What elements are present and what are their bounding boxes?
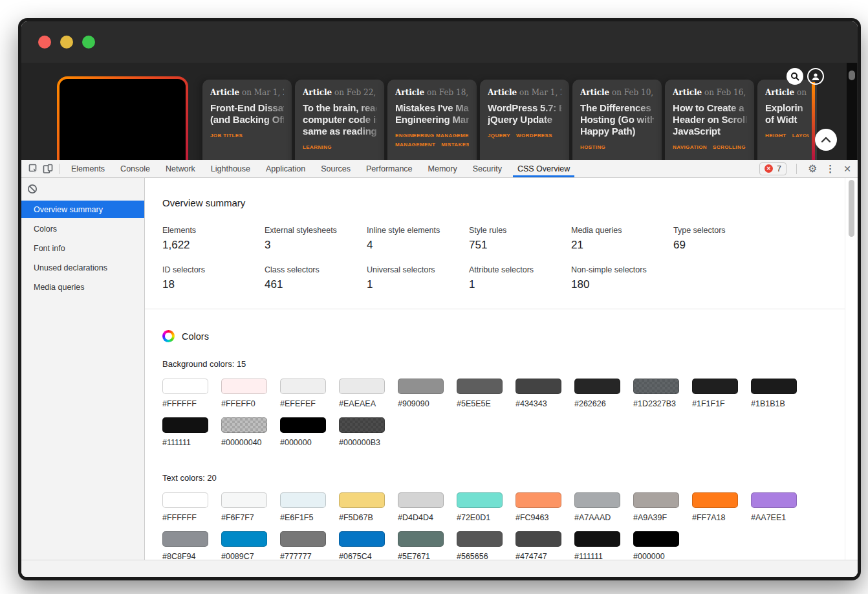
article-card[interactable]: Article on Mar 1, 202 WordPress 5.7: Bij… <box>480 80 569 160</box>
minimize-window-button[interactable] <box>60 36 73 49</box>
sidebar-item-media-queries[interactable]: Media queries <box>21 278 144 296</box>
color-swatch[interactable] <box>457 379 503 394</box>
tab-console[interactable]: Console <box>113 160 158 177</box>
close-devtools-button[interactable]: ✕ <box>842 164 852 174</box>
color-swatch[interactable] <box>398 379 444 394</box>
color-swatch[interactable] <box>280 531 326 547</box>
sidebar-item-colors[interactable]: Colors <box>21 220 144 237</box>
article-title[interactable]: How to Create a SHeader on Scroll VJavaS… <box>673 102 746 137</box>
settings-button[interactable]: ⚙ <box>807 162 818 175</box>
page-scrollbar-thumb[interactable] <box>849 71 855 80</box>
color-swatch[interactable] <box>221 531 267 547</box>
article-tag[interactable]: ENGINEERING MANAGEMENT <box>395 133 469 138</box>
device-toolbar-button[interactable] <box>41 162 55 176</box>
article-tag[interactable]: NAVIGATION <box>673 144 707 150</box>
color-swatch[interactable] <box>162 417 208 433</box>
color-swatch[interactable] <box>339 531 385 547</box>
article-title[interactable]: Mistakes I've MadEngineering Mana <box>395 102 469 126</box>
article-title[interactable]: Front-End Dissati(and Backing Off) <box>210 102 284 126</box>
color-swatch[interactable] <box>633 379 679 394</box>
tab-performance[interactable]: Performance <box>358 160 420 177</box>
color-swatch[interactable] <box>398 492 444 508</box>
article-tag[interactable]: SCROLLING <box>713 144 746 150</box>
color-swatch[interactable] <box>751 379 797 394</box>
more-options-button[interactable]: ⋮ <box>824 163 836 175</box>
site-logo[interactable] <box>57 76 188 160</box>
tab-elements[interactable]: Elements <box>63 160 113 177</box>
color-swatch[interactable] <box>574 531 620 547</box>
article-label: Article <box>395 88 424 97</box>
color-swatch[interactable] <box>162 492 208 508</box>
color-swatch[interactable] <box>280 492 326 508</box>
tab-css-overview[interactable]: CSS Overview <box>510 160 578 177</box>
color-swatch[interactable] <box>574 492 620 508</box>
sidebar-item-font-info[interactable]: Font info <box>21 239 144 257</box>
color-swatch[interactable] <box>457 492 503 508</box>
article-card[interactable]: Article on Feb 22, 20 To the brain, read… <box>295 80 384 160</box>
color-swatch[interactable] <box>692 492 738 508</box>
color-swatch[interactable] <box>162 531 208 547</box>
article-title[interactable]: WordPress 5.7: BijQuery Update <box>488 102 561 126</box>
article-tag[interactable]: JOB TITLES <box>210 133 243 138</box>
tab-sources[interactable]: Sources <box>313 160 358 177</box>
color-swatch[interactable] <box>515 492 561 508</box>
color-swatch[interactable] <box>515 379 561 394</box>
content-scrollbar[interactable] <box>845 178 858 560</box>
article-card[interactable]: Article on Explorinof Widt HEIGHTLAYOUT <box>757 80 817 160</box>
inspect-element-button[interactable] <box>27 162 41 176</box>
fullscreen-window-button[interactable] <box>82 36 95 49</box>
sidebar-item-unused-declarations[interactable]: Unused declarations <box>21 259 144 276</box>
tab-network[interactable]: Network <box>158 160 203 177</box>
color-swatch[interactable] <box>692 379 738 394</box>
color-swatch[interactable] <box>574 379 620 394</box>
color-swatch[interactable] <box>221 417 267 433</box>
content-scrollbar-thumb[interactable] <box>849 180 854 237</box>
article-title[interactable]: Explorinof Widt <box>765 102 809 126</box>
clear-overview-button[interactable] <box>27 184 38 194</box>
color-swatch[interactable] <box>457 531 503 547</box>
color-swatch[interactable] <box>633 492 679 508</box>
color-swatch[interactable] <box>633 531 679 547</box>
color-swatch[interactable] <box>339 379 385 394</box>
color-swatch[interactable] <box>751 492 797 508</box>
search-button[interactable] <box>787 68 803 85</box>
section-title-overview-summary: Overview summary <box>162 197 858 208</box>
page-scrollbar[interactable] <box>847 63 857 160</box>
color-swatch[interactable] <box>515 531 561 547</box>
article-card[interactable]: Article on Feb 10, 20 The Differences in… <box>572 80 662 160</box>
article-card[interactable]: Article on Feb 16, 20 How to Create a SH… <box>665 80 754 160</box>
color-swatch[interactable] <box>339 492 385 508</box>
color-swatch[interactable] <box>221 492 267 508</box>
close-window-button[interactable] <box>38 36 51 49</box>
article-date: on Feb 16, 20 <box>704 88 746 97</box>
account-button[interactable] <box>807 68 824 85</box>
tab-application[interactable]: Application <box>258 160 313 177</box>
color-swatch[interactable] <box>339 417 385 433</box>
tab-lighthouse[interactable]: Lighthouse <box>203 160 258 177</box>
article-title-line: To the brain, read <box>303 102 376 114</box>
article-tag[interactable]: LEARNING <box>303 144 332 150</box>
color-swatch[interactable] <box>280 379 326 394</box>
article-card[interactable]: Article on Feb 18, 20 Mistakes I've MadE… <box>387 80 477 160</box>
article-title[interactable]: To the brain, readcomputer code issame a… <box>303 102 376 137</box>
article-title[interactable]: The Differences inHosting (Go with tHapp… <box>580 102 654 137</box>
tab-memory[interactable]: Memory <box>420 160 465 177</box>
article-tag[interactable]: JQUERY <box>488 133 510 138</box>
color-swatch-item: #000000 <box>633 531 679 560</box>
article-tag[interactable]: MISTAKES <box>441 142 469 148</box>
color-swatch[interactable] <box>162 379 208 394</box>
error-badge[interactable]: ✕ 7 <box>759 162 787 175</box>
color-swatch[interactable] <box>398 531 444 547</box>
article-card[interactable]: Article on Mar 1, 202 Front-End Dissati(… <box>202 80 292 160</box>
article-tag[interactable]: HOSTING <box>580 144 605 150</box>
color-swatch-item: #000000 <box>280 417 326 447</box>
article-tag[interactable]: LAYOUT <box>792 133 809 138</box>
article-tag[interactable]: HEIGHT <box>765 133 787 138</box>
scroll-top-button[interactable] <box>815 129 837 151</box>
color-swatch[interactable] <box>221 379 267 394</box>
sidebar-item-overview-summary[interactable]: Overview summary <box>21 201 144 218</box>
article-tag[interactable]: MANAGEMENT <box>395 142 435 148</box>
tab-security[interactable]: Security <box>465 160 510 177</box>
color-swatch[interactable] <box>280 417 326 433</box>
article-tag[interactable]: WORDPRESS <box>516 133 552 138</box>
